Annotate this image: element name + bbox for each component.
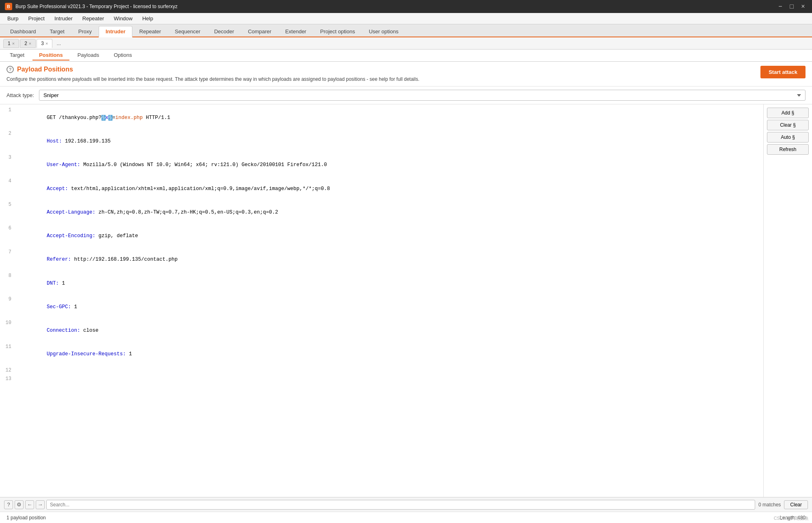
window-title: Burp Suite Professional v2021.3 - Tempor… [15, 4, 177, 9]
start-attack-button[interactable]: Start attack [760, 66, 806, 78]
inner-tab-target[interactable]: Target [3, 50, 31, 61]
line-number: 6 [0, 225, 16, 232]
line-content: Accept: text/html,application/xhtml+xml,… [16, 177, 763, 200]
table-row: 2 Host: 192.168.199.135 [0, 130, 763, 153]
menu-item-intruder[interactable]: Intruder [50, 14, 77, 23]
main-tab-extender[interactable]: Extender [278, 26, 313, 37]
main-tab-decoder[interactable]: Decoder [207, 26, 241, 37]
menu-item-project[interactable]: Project [24, 14, 48, 23]
request-editor[interactable]: 1 GET /thankyou.php?§x§=index.php HTTP/1… [0, 104, 763, 497]
forward-icon[interactable]: → [36, 500, 45, 509]
intruder-tab-2[interactable]: 2 × [20, 39, 36, 48]
main-tab-repeater[interactable]: Repeater [132, 26, 168, 37]
main-tab-sequencer[interactable]: Sequencer [168, 26, 207, 37]
line-number: 2 [0, 130, 16, 137]
main-tab-user-options[interactable]: User options [362, 26, 405, 37]
line-content: Accept-Encoding: gzip, deflate [16, 225, 763, 247]
right-sidebar: Add § Clear § Auto § Refresh [763, 104, 812, 497]
menu-item-burp[interactable]: Burp [3, 14, 22, 23]
line-content: Upgrade-Insecure-Requests: 1 [16, 343, 763, 366]
title-bar-left: B Burp Suite Professional v2021.3 - Temp… [5, 3, 177, 10]
menu-item-window[interactable]: Window [110, 14, 136, 23]
help-status-icon[interactable]: ? [4, 500, 13, 509]
maximize-button[interactable]: □ [788, 3, 796, 10]
menu-item-help[interactable]: Help [138, 14, 157, 23]
close-tab-1[interactable]: × [12, 41, 15, 46]
main-tab-target[interactable]: Target [43, 26, 71, 37]
back-icon[interactable]: ← [25, 500, 34, 509]
line-number: 7 [0, 249, 16, 256]
menu-bar: BurpProjectIntruderRepeaterWindowHelp [0, 13, 812, 24]
help-icon[interactable]: ? [6, 66, 14, 73]
line-content: User-Agent: Mozilla/5.0 (Windows NT 10.0… [16, 154, 763, 177]
info-bar: 1 payload position Length: 480 [0, 512, 812, 523]
line-content: Accept-Language: zh-CN,zh;q=0.8,zh-TW;q=… [16, 201, 763, 224]
main-tab-project-options[interactable]: Project options [313, 26, 362, 37]
clear-search-button[interactable]: Clear [784, 500, 808, 509]
line-number: 1 [0, 106, 16, 114]
refresh-button[interactable]: Refresh [767, 144, 809, 155]
line-number: 12 [0, 367, 16, 374]
payload-header-left: ? Payload Positions Configure the positi… [6, 66, 760, 83]
burp-logo: B [5, 3, 12, 10]
line-number: 5 [0, 201, 16, 208]
payload-positions-title: Payload Positions [17, 66, 73, 73]
gear-status-icon[interactable]: ⚙ [15, 500, 24, 509]
menu-item-repeater[interactable]: Repeater [78, 14, 108, 23]
status-bar: ? ⚙ ← → 0 matches Clear [0, 497, 812, 512]
payload-header: ? Payload Positions Configure the positi… [0, 62, 812, 86]
content-area: ? Payload Positions Configure the positi… [0, 62, 812, 523]
close-button[interactable]: × [799, 3, 807, 10]
window-controls[interactable]: − □ × [776, 3, 807, 10]
table-row: 13 [0, 375, 763, 383]
payload-title-row: ? Payload Positions [6, 66, 760, 73]
main-tab-comparer[interactable]: Comparer [241, 26, 279, 37]
table-row: 9 Sec-GPC: 1 [0, 295, 763, 319]
table-row: 1 GET /thankyou.php?§x§=index.php HTTP/1… [0, 106, 763, 130]
table-row: 8 DNT: 1 [0, 272, 763, 295]
line-number: 9 [0, 296, 16, 303]
line-number: 8 [0, 272, 16, 279]
line-content: Connection: close [16, 319, 763, 342]
inner-tab-payloads[interactable]: Payloads [71, 50, 106, 61]
line-number: 11 [0, 343, 16, 350]
inner-tab-options[interactable]: Options [107, 50, 138, 61]
line-content [16, 375, 763, 383]
minimize-button[interactable]: − [776, 3, 784, 10]
inner-tab-bar: TargetPositionsPayloadsOptions [0, 50, 812, 62]
title-bar: B Burp Suite Professional v2021.3 - Temp… [0, 0, 812, 13]
close-tab-2[interactable]: × [29, 41, 31, 46]
table-row: 7 Referer: http://192.168.199.135/contac… [0, 248, 763, 272]
add-section-button[interactable]: Add § [767, 108, 809, 118]
intruder-tab-1[interactable]: 1 × [3, 39, 19, 48]
request-area: 1 GET /thankyou.php?§x§=index.php HTTP/1… [0, 104, 812, 497]
attack-type-select[interactable]: Sniper Battering ram Pitchfork Cluster b… [39, 90, 806, 101]
inner-tab-positions[interactable]: Positions [32, 50, 69, 61]
line-number: 10 [0, 319, 16, 326]
clear-section-button[interactable]: Clear § [767, 120, 809, 130]
table-row: 4 Accept: text/html,application/xhtml+xm… [0, 177, 763, 201]
intruder-tab-bar: 1 ×2 ×3 ×... [0, 37, 812, 50]
line-number: 3 [0, 154, 16, 161]
attack-type-label: Attack type: [6, 92, 34, 98]
intruder-tab-3[interactable]: 3 × [37, 39, 52, 48]
status-bar-left: ? ⚙ ← → [4, 500, 755, 510]
auto-section-button[interactable]: Auto § [767, 132, 809, 143]
main-tab-dashboard[interactable]: Dashboard [3, 26, 43, 37]
table-row: 10 Connection: close [0, 319, 763, 342]
payload-position-count: 1 payload position [6, 515, 46, 521]
line-number: 4 [0, 177, 16, 185]
line-content [16, 367, 763, 374]
line-content: Host: 192.168.199.135 [16, 130, 763, 153]
line-content: Sec-GPC: 1 [16, 296, 763, 318]
table-row: 11 Upgrade-Insecure-Requests: 1 [0, 343, 763, 366]
line-content: Referer: http://192.168.199.135/contact.… [16, 249, 763, 271]
intruder-more-tabs[interactable]: ... [53, 39, 64, 48]
table-row: 5 Accept-Language: zh-CN,zh;q=0.8,zh-TW;… [0, 201, 763, 224]
main-tab-intruder[interactable]: Intruder [99, 26, 132, 37]
search-input[interactable] [46, 500, 755, 510]
attack-type-row: Attack type: Sniper Battering ram Pitchf… [0, 86, 812, 104]
main-tab-proxy[interactable]: Proxy [71, 26, 99, 37]
line-number: 13 [0, 375, 16, 383]
close-tab-3[interactable]: × [45, 41, 48, 46]
